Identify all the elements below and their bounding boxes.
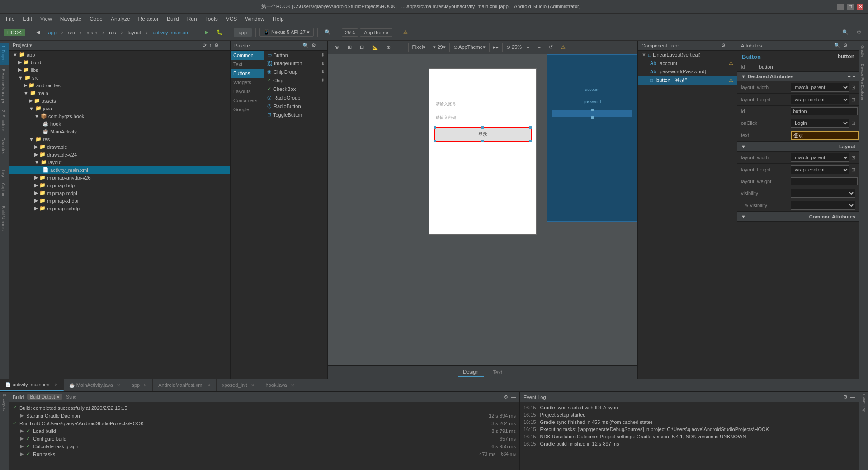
palette-cat-common[interactable]: Common (231, 51, 264, 60)
canvas-layout-btn[interactable]: ⊞ (344, 43, 355, 52)
tree-mipmap-mdpi[interactable]: ▶ 📁 mipmap-mdpi (9, 189, 230, 197)
build-collapse-icon[interactable]: — (511, 394, 516, 400)
palette-cat-containers[interactable]: Containers (231, 96, 264, 105)
tab-mainactivity[interactable]: ☕ MainActivity.java ✕ (64, 379, 126, 391)
attr-lw-value[interactable]: match_parent (791, 83, 849, 92)
canvas-zoom-out[interactable]: − (534, 43, 543, 52)
common-section[interactable]: ▼ Common Attributes (737, 212, 859, 222)
tree-drawable[interactable]: ▶ 📁 drawable (9, 143, 230, 151)
menu-vcs[interactable]: VCS (222, 15, 241, 23)
tab-app-close[interactable]: ✕ (143, 383, 147, 388)
canvas-warn-btn[interactable]: ⚠ (558, 43, 569, 52)
palette-imagebutton-item[interactable]: 🖼 ImageButton ⬇ (264, 59, 327, 67)
canvas-zoom-in[interactable]: + (524, 43, 533, 52)
tab-xposed-close[interactable]: ✕ (251, 383, 255, 388)
tab-manifest-close[interactable]: ✕ (207, 383, 211, 388)
layout-width-value[interactable]: match_parent (791, 153, 849, 162)
menu-view[interactable]: View (37, 15, 56, 23)
palette-radiogroup-item[interactable]: ◎ RadioGroup (264, 93, 327, 102)
build-output-tab[interactable]: Build Output ✕ (27, 394, 62, 400)
tree-java[interactable]: ▼ 📁 java (9, 104, 230, 112)
menu-navigate[interactable]: Navigate (57, 15, 85, 23)
comp-linearlayout[interactable]: ▼ □ LinearLayout(vertical) (638, 51, 737, 59)
palette-checkbox-item[interactable]: ✓ CheckBox (264, 85, 327, 93)
tree-mipmap-xhdpi[interactable]: ▶ 📁 mipmap-xhdpi (9, 197, 230, 204)
sidebar-layout-tab[interactable]: Layout Captures (0, 167, 9, 202)
layout-weight-input[interactable] (791, 177, 858, 185)
tab-app[interactable]: app ✕ (126, 379, 153, 391)
res-label[interactable]: res (106, 28, 119, 37)
tree-hook[interactable]: ☕ hook (9, 120, 230, 128)
tree-mipmap-hdpi[interactable]: ▶ 📁 mipmap-hdpi (9, 181, 230, 189)
attr-onclick-clear[interactable]: ⊡ (851, 120, 855, 126)
canvas-refresh-btn[interactable]: ↺ (546, 43, 556, 52)
palette-settings-icon[interactable]: ⚙ (311, 43, 316, 48)
sidebar-project-tab[interactable]: 1: Project (0, 43, 9, 65)
tab-activity-close[interactable]: ✕ (54, 382, 58, 387)
comp-button[interactable]: □ button- "登录" ⚠ (638, 76, 737, 85)
right-gradle-tab[interactable]: Gradle (859, 43, 868, 60)
design-tab[interactable]: Design (458, 367, 484, 377)
tree-mainactivity[interactable]: ☕ MainActivity (9, 128, 230, 135)
canvas-move-btn[interactable]: ⊕ (383, 43, 394, 52)
palette-close-icon[interactable]: — (319, 43, 324, 48)
tab-mainactivity-close[interactable]: ✕ (117, 383, 120, 388)
tab-manifest[interactable]: AndroidManifest.xml ✕ (153, 379, 217, 391)
palette-cat-google[interactable]: Google (231, 105, 264, 114)
percent-btn[interactable]: 25% (342, 28, 358, 37)
tree-app[interactable]: ▼ 📁 app (9, 51, 230, 58)
tab-hook-close[interactable]: ✕ (291, 383, 294, 388)
palette-togglebutton-item[interactable]: ⊡ ToggleButton (264, 110, 327, 119)
close-button[interactable]: ✕ (857, 4, 863, 10)
attrs-settings-icon[interactable]: ⚙ (843, 43, 848, 48)
menu-help[interactable]: Help (269, 15, 288, 23)
layout-label[interactable]: layout (125, 28, 144, 37)
src-label[interactable]: src (65, 28, 78, 37)
theme-btn[interactable]: AppTheme (360, 28, 392, 37)
warn-btn[interactable]: ⚠ (400, 28, 411, 37)
menu-tools[interactable]: Tools (202, 15, 222, 23)
project-settings-icon[interactable]: ⚙ (214, 43, 219, 48)
app-config-btn[interactable]: app (234, 28, 252, 37)
app-label[interactable]: app (45, 28, 59, 37)
palette-cat-buttons[interactable]: Buttons (231, 69, 264, 78)
tree-mipmap-anydpi[interactable]: ▶ 📁 mipmap-anydpi-v26 (9, 174, 230, 181)
tree-androidtest[interactable]: ▶ 📁 androidTest (9, 81, 230, 89)
text-tab[interactable]: Text (488, 368, 508, 377)
imagebutton-download-icon[interactable]: ⬇ (321, 61, 325, 66)
settings-btn[interactable]: ⚙ (854, 28, 864, 37)
tree-assets[interactable]: ▶ 📁 assets (9, 97, 230, 104)
comp-close-icon[interactable]: — (728, 43, 733, 48)
comp-settings-icon[interactable]: ⚙ (721, 43, 726, 48)
menu-file[interactable]: File (2, 15, 18, 23)
menu-edit[interactable]: Edit (19, 15, 36, 23)
canvas-up-btn[interactable]: ↑ (396, 43, 405, 52)
sidebar-resource-tab[interactable]: Resource Manager (0, 66, 9, 106)
layout-vis-value1[interactable] (791, 189, 855, 198)
canvas-eye-btn[interactable]: 👁 (331, 43, 343, 52)
attr-onclick-value[interactable]: Login (791, 119, 849, 128)
build-settings-icon[interactable]: ⚙ (504, 394, 508, 400)
canvas-constraint-btn[interactable]: ⊟ (357, 43, 367, 52)
attrs-search-icon[interactable]: 🔍 (834, 43, 840, 48)
tree-res[interactable]: ▼ 📁 res (9, 135, 230, 143)
palette-chipgroup-item[interactable]: ◉ ChipGroup ⬇ (264, 67, 327, 76)
palette-cat-layouts[interactable]: Layouts (231, 87, 264, 96)
debug-btn[interactable]: 🐛 (213, 28, 226, 37)
layout-height-value[interactable]: wrap_content (791, 165, 849, 174)
menu-analyze[interactable]: Analyze (107, 15, 134, 23)
tree-layout-folder[interactable]: ▼ 📁 layout (9, 158, 230, 166)
palette-chip-item[interactable]: ✓ Chip ⬇ (264, 76, 327, 85)
project-sync-icon[interactable]: ⟳ (203, 43, 207, 48)
layout-section[interactable]: ▼ Layout (737, 142, 859, 152)
right-device-tab[interactable]: Device File Explorer (859, 61, 868, 103)
tab-activity-main[interactable]: 📄 activity_main.xml ✕ (0, 379, 64, 391)
tab-xposed[interactable]: xposed_init ✕ (217, 379, 260, 391)
menu-refactor[interactable]: Refactor (135, 15, 162, 23)
tree-mipmap-xxhdpi[interactable]: ▶ 📁 mipmap-xxhdpi (9, 204, 230, 212)
tree-libs[interactable]: ▶ 📁 libs (9, 66, 230, 74)
attr-id-input[interactable] (791, 107, 858, 115)
zoom-btn[interactable]: 🔍 (321, 28, 334, 37)
menu-build[interactable]: Build (163, 15, 183, 23)
palette-button-item[interactable]: ▭ Button ⬇ (264, 51, 327, 59)
